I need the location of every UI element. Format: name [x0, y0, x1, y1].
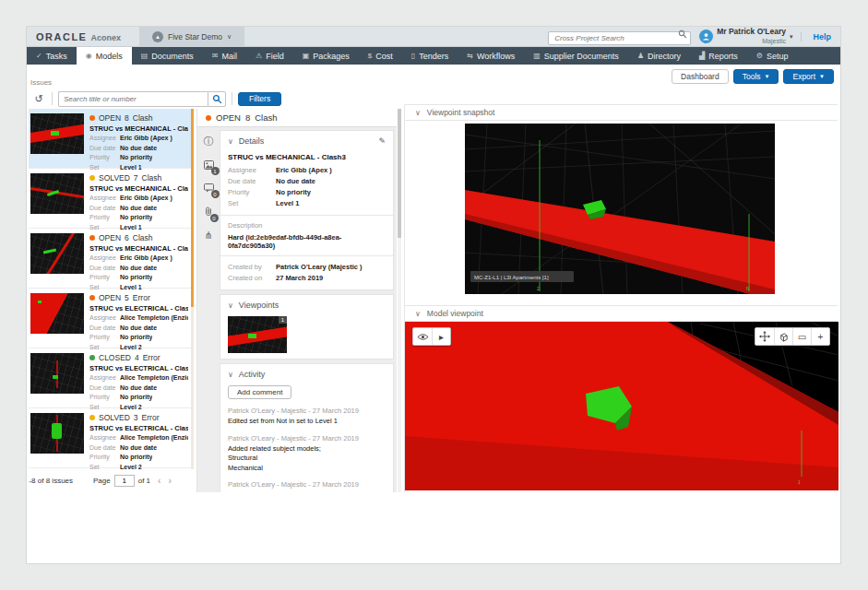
issue-detail-panel: OPEN 8 Clash ⓘ 1 0 0 ⋔	[196, 109, 397, 492]
zoom-in-icon[interactable]: +	[811, 328, 829, 345]
issue-list-item[interactable]: OPEN 6 Clash STRUC vs MECHANICAL - Clash…	[29, 229, 194, 289]
chevron-down-icon: ∨	[415, 109, 421, 117]
issue-list-item[interactable]: SOLVED 7 Clash STRUC vs MECHANICAL - Cla…	[29, 169, 194, 229]
info-icon[interactable]: ⓘ	[204, 136, 214, 147]
nav-tab[interactable]: ⚠ Field	[246, 47, 293, 65]
viewpoints-card: ∨ Viewpoints 1	[220, 294, 394, 360]
viewpoint-snapshot-header[interactable]: ∨ Viewpoint snapshot	[405, 104, 838, 121]
dashboard-button[interactable]: Dashboard	[672, 69, 729, 84]
nav-tab[interactable]: ▤ Documents	[132, 47, 203, 65]
detail-field-value: Eric Gibb (Apex )	[276, 165, 332, 176]
model-viewpoint-header[interactable]: ∨ Model viewpoint	[405, 305, 838, 322]
viewer-panel: ∨ Viewpoint snapshot	[404, 104, 838, 492]
comments-icon[interactable]: 0	[204, 183, 214, 193]
issue-search-input[interactable]	[58, 91, 208, 107]
scrollbar-thumb[interactable]	[191, 109, 194, 307]
svg-text:2: 2	[537, 286, 540, 291]
refresh-icon[interactable]: ↺	[31, 93, 46, 105]
viewpoints-icon[interactable]: 1	[204, 160, 214, 170]
expand-toolbar-icon[interactable]: ▸	[432, 328, 450, 345]
filters-button[interactable]: Filters	[238, 92, 281, 106]
page-toolbar: Issues Dashboard Tools▼ Export▼	[27, 65, 840, 88]
help-link[interactable]: Help	[801, 32, 831, 41]
nav-tab-label: Reports	[708, 52, 738, 61]
field-label: Due date	[89, 384, 120, 394]
viewpoint-thumbnail[interactable]: 1	[228, 316, 287, 353]
field-label: Assignee	[89, 194, 120, 204]
user-menu[interactable]: Mr Patrick O'Leary Majestic ▾	[699, 28, 792, 46]
detail-scrollbar[interactable]	[398, 109, 401, 492]
tools-button[interactable]: Tools▼	[733, 69, 779, 84]
visibility-eye-icon[interactable]	[413, 328, 432, 345]
nav-tab-icon: ♟	[637, 52, 644, 60]
issue-priority: No priority	[120, 213, 152, 223]
app-header: ORACLE Aconex ▲ Five Star Demo ∨ Mr Patr…	[27, 27, 840, 47]
nav-tab-icon: ▣	[303, 52, 310, 60]
detail-field-label: Priority	[228, 187, 276, 198]
issue-set: Level 2	[120, 463, 142, 470]
issue-due-date: No due date	[120, 443, 157, 454]
detail-cards: ∨ Details ✎ STRUC vs MECHANICAL - Clash3…	[220, 127, 397, 492]
viewer-right-toolbar: ▭ +	[755, 327, 830, 346]
issue-list-item[interactable]: OPEN 5 Error STRUC vs ELECTRICAL - Clash…	[29, 289, 194, 348]
nav-tab-label: Documents	[151, 52, 194, 61]
nav-tab[interactable]: ⚙ Setup	[747, 47, 798, 65]
project-selector[interactable]: ▲ Five Star Demo ∨	[139, 27, 244, 47]
add-comment-button[interactable]: Add comment	[228, 385, 291, 399]
issue-search-button[interactable]	[208, 91, 226, 107]
detail-icon-rail: ⓘ 1 0 0 ⋔	[197, 127, 220, 492]
model-viewpoint-viewer[interactable]: 1 ▸ ▭ +	[405, 322, 838, 490]
nav-tab-label: Models	[96, 52, 123, 61]
issue-list-item[interactable]: CLOSED 4 Error STRUC vs ELECTRICAL - Cla…	[29, 348, 194, 408]
nav-tab[interactable]: ▯ Tenders	[402, 47, 458, 65]
main-nav: ✓ Tasks ◉ Models ▤ Documents ✉ Mail ⚠ Fi…	[27, 47, 840, 65]
edit-icon[interactable]: ✎	[378, 136, 386, 146]
issue-title: STRUC vs ELECTRICAL - Clash4	[89, 304, 188, 313]
issue-list-item[interactable]: OPEN 8 Clash STRUC vs MECHANICAL - Clash…	[29, 109, 194, 169]
detail-title: STRUC vs MECHANICAL - Clash3	[228, 153, 386, 161]
chevron-down-icon[interactable]: ∨	[228, 301, 233, 310]
attachments-count-badge: 0	[210, 214, 219, 222]
prev-page-icon[interactable]: ‹	[158, 476, 161, 486]
toolbar-buttons: Dashboard Tools▼ Export▼	[672, 69, 834, 84]
search-icon[interactable]	[678, 30, 687, 39]
nav-tab[interactable]: ▟ Reports	[690, 47, 747, 65]
page-input[interactable]	[114, 475, 135, 487]
nav-tab[interactable]: ◉ Models	[77, 47, 132, 65]
created-by-value: Patrick O'Leary (Majestic )	[276, 262, 363, 273]
nav-tab[interactable]: ▣ Packages	[293, 47, 359, 65]
issue-thumbnail	[30, 233, 84, 274]
viewpoint-snapshot-body: 2 N MC-Z1-L1 | L3I Apartments [1]	[405, 121, 838, 305]
issue-status: SOLVED	[99, 173, 130, 183]
orbit-cube-icon[interactable]	[774, 328, 792, 345]
pan-icon[interactable]	[755, 328, 774, 345]
zoom-out-icon[interactable]: ▭	[792, 328, 811, 345]
search-icon	[212, 94, 222, 104]
nav-tab[interactable]: ♟ Directory	[628, 47, 690, 65]
export-button[interactable]: Export▼	[783, 69, 834, 84]
viewpoint-snapshot-image: 2 N MC-Z1-L1 | L3I Apartments [1]	[465, 124, 775, 294]
issue-list-scrollbar[interactable]	[191, 109, 194, 469]
issue-due-date: No due date	[120, 144, 157, 154]
issue-priority: No priority	[120, 393, 152, 403]
nav-tab[interactable]: ✓ Tasks	[27, 47, 77, 65]
nav-tab[interactable]: $ Cost	[359, 47, 402, 65]
issue-list-item[interactable]: SOLVED 3 Error STRUC vs ELECTRICAL - Cla…	[29, 408, 194, 468]
relations-icon[interactable]: ⋔	[204, 230, 212, 241]
chevron-down-icon[interactable]: ∨	[228, 371, 233, 379]
activity-entry: Patrick O'Leary - Majestic - 27 March 20…	[228, 480, 386, 492]
issue-set: Level 1	[120, 163, 142, 173]
issue-assignee: Eric Gibb (Apex )	[120, 194, 172, 204]
next-page-icon[interactable]: ›	[168, 476, 171, 486]
chevron-down-icon[interactable]: ∨	[228, 137, 233, 146]
nav-tab-icon: ▥	[533, 52, 541, 60]
nav-tab-icon: ⇆	[467, 52, 473, 60]
cross-project-search-input[interactable]	[548, 31, 691, 45]
nav-tab[interactable]: ✉ Mail	[203, 47, 246, 65]
scrollbar-thumb[interactable]	[398, 109, 401, 238]
nav-tab[interactable]: ⇆ Workflows	[458, 47, 524, 65]
issue-assignee: Eric Gibb (Apex )	[120, 254, 172, 264]
attachments-icon[interactable]: 0	[205, 206, 213, 217]
comments-count-badge: 0	[211, 190, 220, 198]
nav-tab[interactable]: ▥ Supplier Documents	[524, 47, 628, 65]
